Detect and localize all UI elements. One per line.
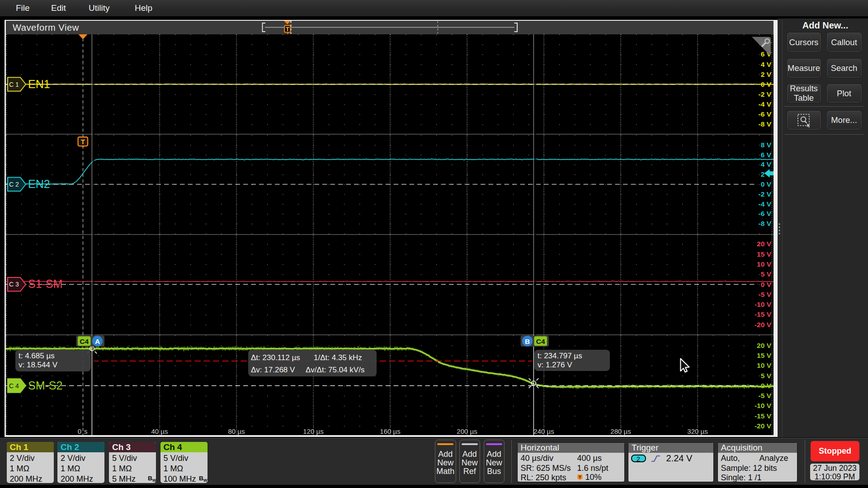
svg-text:2 V: 2 V [761, 70, 772, 78]
svg-text:C4: C4 [536, 337, 545, 345]
svg-text:C4: C4 [80, 337, 89, 345]
svg-text:6 V: 6 V [761, 150, 772, 158]
svg-text:40 µs: 40 µs [151, 427, 168, 435]
svg-text:80 µs: 80 µs [228, 427, 245, 435]
svg-text:0 V: 0 V [761, 381, 772, 389]
svg-text:4 V: 4 V [761, 60, 772, 68]
svg-text:10 V: 10 V [757, 361, 772, 369]
svg-text:-4 V: -4 V [759, 200, 772, 207]
svg-text:EN2: EN2 [28, 177, 50, 190]
svg-text:-15 V: -15 V [755, 412, 772, 419]
svg-text:-5 V: -5 V [759, 392, 772, 399]
svg-text:15 V: 15 V [757, 352, 772, 359]
svg-text:0 V: 0 V [761, 280, 772, 288]
svg-text:-15 V: -15 V [755, 310, 772, 318]
svg-text:B: B [525, 337, 530, 345]
svg-text:-5 V: -5 V [759, 290, 772, 298]
svg-text:A: A [95, 337, 100, 345]
svg-text:20 V: 20 V [757, 341, 772, 349]
svg-text:280 µs: 280 µs [610, 427, 631, 435]
svg-text:EN1: EN1 [28, 77, 50, 90]
svg-text:S1-SM: S1-SM [28, 277, 62, 290]
svg-text:s: s [84, 427, 88, 435]
svg-text:10 V: 10 V [757, 260, 772, 267]
svg-text:T: T [81, 138, 85, 145]
svg-text:8 V: 8 V [761, 141, 772, 148]
svg-text:-6 V: -6 V [759, 110, 772, 118]
svg-text:-10 V: -10 V [755, 402, 772, 409]
svg-text:C 2: C 2 [9, 180, 19, 188]
svg-text:-8 V: -8 V [759, 120, 772, 128]
svg-text:200 µs: 200 µs [457, 427, 477, 435]
svg-text:0 V: 0 V [761, 180, 772, 188]
svg-text:20 V: 20 V [757, 240, 772, 248]
svg-text:C 1: C 1 [9, 80, 19, 88]
svg-text:-20 V: -20 V [755, 320, 772, 328]
svg-text:-4 V: -4 V [759, 100, 772, 108]
svg-text:-10 V: -10 V [755, 300, 772, 308]
svg-text:C 3: C 3 [9, 281, 19, 288]
svg-text:240 µs: 240 µs [533, 427, 554, 435]
svg-text:120 µs: 120 µs [303, 427, 323, 435]
svg-text:320 µs: 320 µs [687, 427, 708, 435]
svg-text:0 V: 0 V [761, 80, 772, 88]
svg-text:-2 V: -2 V [759, 90, 772, 98]
svg-text:-6 V: -6 V [759, 210, 772, 217]
svg-text:-8 V: -8 V [759, 220, 772, 227]
svg-text:T: T [286, 26, 289, 33]
svg-text:T: T [578, 474, 581, 479]
svg-text:5 V: 5 V [761, 270, 772, 278]
svg-text:-2 V: -2 V [759, 190, 772, 197]
svg-text:C 4: C 4 [9, 382, 19, 389]
svg-text:5 V: 5 V [761, 371, 772, 379]
svg-text:SM-S2: SM-S2 [28, 379, 62, 391]
svg-text:0: 0 [78, 427, 81, 435]
svg-text:-20 V: -20 V [755, 422, 772, 429]
svg-text:4 V: 4 V [761, 160, 772, 168]
svg-text:15 V: 15 V [757, 250, 772, 258]
svg-text:160 µs: 160 µs [380, 427, 400, 435]
